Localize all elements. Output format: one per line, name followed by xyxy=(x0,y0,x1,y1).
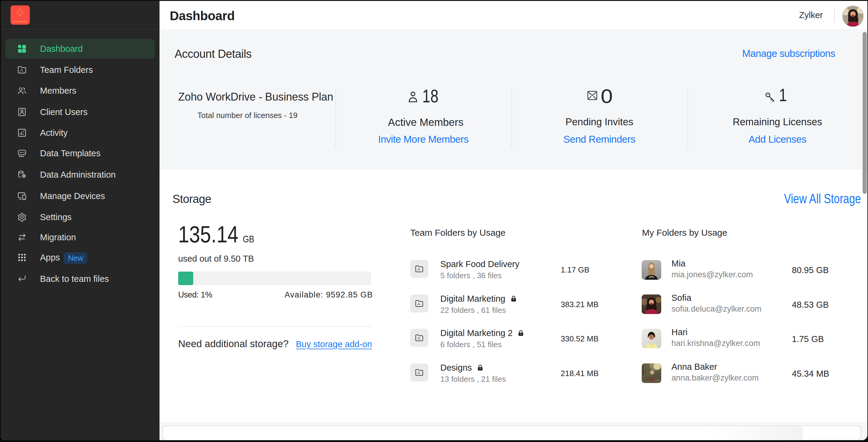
svg-text:ZYLKER INC.: ZYLKER INC. xyxy=(13,20,27,23)
